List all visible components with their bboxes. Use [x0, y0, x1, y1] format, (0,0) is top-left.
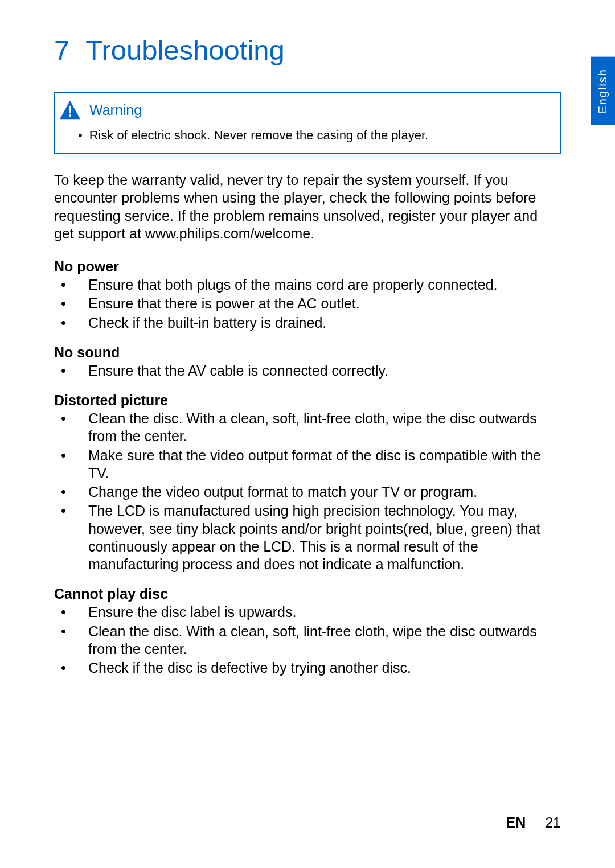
footer-page-number: 21 [545, 814, 561, 831]
warning-label: Warning [89, 102, 142, 118]
list-item: Ensure that there is power at the AC out… [54, 295, 561, 312]
list-item: Check if the disc is defective by trying… [54, 659, 561, 677]
list-item: Clean the disc. With a clean, soft, lint… [54, 623, 561, 659]
section-cannot-play-disc: Cannot play disc Ensure the disc label i… [54, 586, 561, 677]
list-item: Change the video output format to match … [54, 483, 561, 501]
page-footer: EN 21 [506, 814, 561, 831]
section-distorted-picture: Distorted picture Clean the disc. With a… [54, 392, 561, 573]
list-item: The LCD is manufactured using high preci… [54, 502, 561, 573]
chapter-title: Troubleshooting [85, 34, 285, 66]
footer-language-code: EN [506, 814, 526, 831]
bullet-list: Clean the disc. With a clean, soft, lint… [54, 410, 561, 573]
list-item: Ensure the disc label is upwards. [54, 603, 561, 621]
warning-triangle-icon [59, 100, 81, 120]
chapter-heading: 7 Troubleshooting [54, 34, 561, 66]
section-title: Distorted picture [54, 392, 561, 409]
bullet-list: Ensure the disc label is upwards. Clean … [54, 603, 561, 677]
chapter-number: 7 [54, 34, 69, 66]
bullet-list: Ensure that both plugs of the mains cord… [54, 276, 561, 332]
section-no-sound: No sound Ensure that the AV cable is con… [54, 344, 561, 380]
list-item: Ensure that the AV cable is connected co… [54, 362, 561, 380]
warning-body: Risk of electric shock. Never remove the… [55, 125, 560, 153]
svg-point-2 [69, 114, 72, 117]
warning-box: Warning Risk of electric shock. Never re… [54, 92, 561, 154]
page-content: 7 Troubleshooting Warning Risk of electr… [0, 0, 615, 677]
list-item: Check if the built-in battery is drained… [54, 314, 561, 332]
list-item: Ensure that both plugs of the mains cord… [54, 276, 561, 294]
section-title: Cannot play disc [54, 586, 561, 602]
section-title: No power [54, 258, 561, 275]
intro-paragraph: To keep the warranty valid, never try to… [54, 171, 561, 242]
language-tab: English [591, 57, 615, 125]
warning-text: Risk of electric shock. Never remove the… [78, 128, 548, 143]
bullet-list: Ensure that the AV cable is connected co… [54, 362, 561, 380]
section-title: No sound [54, 344, 561, 361]
svg-rect-1 [69, 106, 71, 113]
list-item: Clean the disc. With a clean, soft, lint… [54, 410, 561, 446]
warning-header: Warning [55, 93, 560, 125]
list-item: Make sure that the video output format o… [54, 447, 561, 483]
section-no-power: No power Ensure that both plugs of the m… [54, 258, 561, 332]
